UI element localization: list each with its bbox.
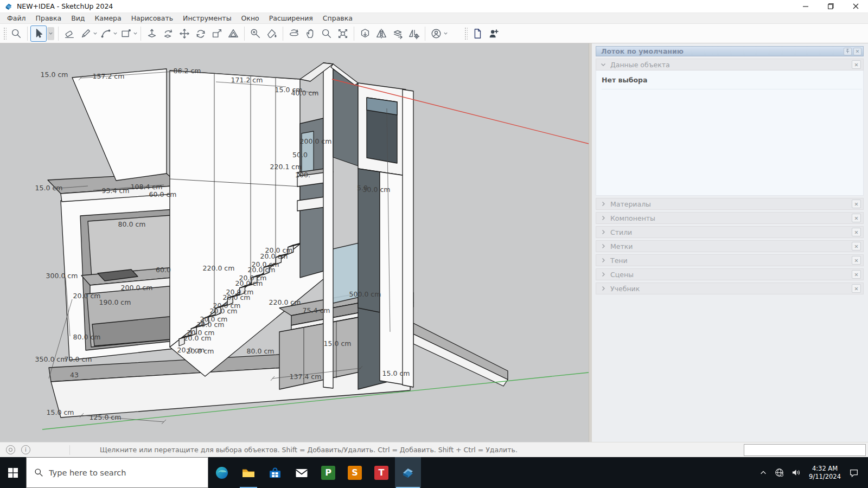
tool-add-collaborator[interactable] xyxy=(486,25,502,42)
tray-section-2[interactable]: Компоненты✕ xyxy=(596,212,864,224)
section-label: Метки xyxy=(610,242,852,251)
section-close-button[interactable]: ✕ xyxy=(852,200,861,208)
taskbar-app-store[interactable] xyxy=(262,457,288,488)
windows-logo-icon xyxy=(8,467,18,478)
tray-section-1[interactable]: Материалы✕ xyxy=(596,198,864,210)
taskbar-app-edge[interactable] xyxy=(209,457,235,488)
section-close-button[interactable]: ✕ xyxy=(852,256,861,265)
tool-zoom-extents[interactable] xyxy=(335,25,351,42)
tool-share-model[interactable] xyxy=(390,25,406,42)
maximize-button[interactable] xyxy=(818,0,843,12)
model-canvas[interactable] xyxy=(0,43,589,442)
menu-item-2[interactable]: Вид xyxy=(66,13,90,24)
action-center-icon[interactable] xyxy=(849,468,859,478)
tool-zoom-window[interactable] xyxy=(8,25,24,42)
tool-paint-bucket[interactable] xyxy=(264,25,280,42)
tool-push-pull[interactable] xyxy=(144,25,160,42)
geolocation-icon[interactable] xyxy=(6,445,15,454)
tool-move[interactable] xyxy=(176,25,193,42)
tray-close-icon[interactable]: ✕ xyxy=(853,48,861,55)
tool-offset[interactable] xyxy=(225,25,241,42)
tool-account[interactable] xyxy=(428,25,444,42)
content-divider xyxy=(602,89,862,89)
start-button[interactable] xyxy=(0,457,26,488)
tray-section-7[interactable]: Учебник✕ xyxy=(596,282,864,294)
minimize-button[interactable] xyxy=(793,0,818,12)
tray-header[interactable]: Лоток по умолчанию ✕ xyxy=(596,46,864,56)
tool-flip[interactable] xyxy=(373,25,390,42)
tray-section-6[interactable]: Сцены✕ xyxy=(596,268,864,280)
section-close-button[interactable]: ✕ xyxy=(852,214,861,222)
info-icon[interactable]: i xyxy=(21,445,30,454)
scale-icon xyxy=(211,28,223,40)
taskbar-app-office-s[interactable]: S xyxy=(342,457,368,488)
tool-model-settings[interactable] xyxy=(406,25,422,42)
section-close-button[interactable]: ✕ xyxy=(852,228,861,236)
tray-chevron-up-icon[interactable] xyxy=(760,469,767,477)
tool-select[interactable] xyxy=(30,25,47,42)
zoom-icon xyxy=(321,28,333,40)
arc-icon xyxy=(100,28,112,40)
tool-scale[interactable] xyxy=(209,25,225,42)
volume-icon[interactable] xyxy=(792,468,801,477)
model-viewport[interactable]: 15.0 cm157.2 cm86.2 cm171.2 cm15.0 cm40.… xyxy=(0,43,589,442)
tool-3d-warehouse[interactable] xyxy=(357,25,373,42)
select-dropdown[interactable] xyxy=(47,27,54,40)
pin-icon[interactable] xyxy=(844,48,852,55)
tool-eraser[interactable] xyxy=(61,25,78,42)
menu-item-0[interactable]: Файл xyxy=(2,13,31,24)
chevron-right-icon xyxy=(601,201,606,207)
section-label: Данные объекта xyxy=(610,61,852,69)
tray-title: Лоток по умолчанию xyxy=(601,47,842,55)
taskbar-app-mail[interactable] xyxy=(289,457,315,488)
toolbar-separator xyxy=(27,27,28,41)
tray-section-3[interactable]: Стили✕ xyxy=(596,226,864,238)
menu-item-3[interactable]: Камера xyxy=(90,13,126,24)
taskbar-app-office-p[interactable]: P xyxy=(315,457,341,488)
toolbar-grip[interactable] xyxy=(3,27,7,41)
tool-rotate[interactable] xyxy=(193,25,209,42)
status-message: Щелкните или перетащите для выбора объек… xyxy=(100,446,518,454)
close-button[interactable] xyxy=(843,0,868,12)
menu-item-6[interactable]: Окно xyxy=(237,13,264,24)
tool-orbit[interactable] xyxy=(286,25,302,42)
tool-rectangle[interactable] xyxy=(118,25,134,42)
taskbar-app-office-t[interactable]: T xyxy=(368,457,394,488)
menu-item-4[interactable]: Нарисовать xyxy=(126,13,178,24)
tool-arc[interactable] xyxy=(98,25,114,42)
search-input[interactable] xyxy=(49,468,184,477)
menu-item-1[interactable]: Правка xyxy=(31,13,67,24)
zoom-window-icon xyxy=(10,28,22,40)
menu-item-5[interactable]: Инструменты xyxy=(178,13,236,24)
orbit-icon xyxy=(288,28,300,40)
menu-item-7[interactable]: Расширения xyxy=(264,13,318,24)
tray-section-0[interactable]: Данные объекта✕ xyxy=(596,59,864,70)
search-icon xyxy=(34,468,43,477)
chevron-right-icon xyxy=(601,258,606,263)
measurements-input[interactable] xyxy=(744,444,866,456)
taskbar-search[interactable] xyxy=(26,457,208,488)
tool-tape-measure[interactable] xyxy=(247,25,264,42)
section-close-button[interactable]: ✕ xyxy=(852,242,861,251)
title-bar: NEW+IDEA - SketchUp 2024 xyxy=(0,0,868,13)
clock-date: 9/11/2024 xyxy=(809,473,841,481)
taskbar-app-sketchup[interactable] xyxy=(395,457,421,488)
section-close-button[interactable]: ✕ xyxy=(852,284,861,293)
taskbar-app-file-explorer[interactable] xyxy=(235,457,261,488)
tool-zoom[interactable] xyxy=(318,25,335,42)
taskbar-clock[interactable]: 4:32 AM 9/11/2024 xyxy=(809,465,841,481)
tool-follow-me[interactable] xyxy=(160,25,176,42)
section-close-button[interactable]: ✕ xyxy=(852,270,861,279)
tool-pan[interactable] xyxy=(302,25,318,42)
section-close-button[interactable]: ✕ xyxy=(852,60,861,69)
select-icon xyxy=(33,28,44,40)
move-icon xyxy=(178,28,190,40)
tool-new-document[interactable] xyxy=(469,25,486,42)
tray-section-5[interactable]: Тени✕ xyxy=(596,254,864,266)
tool-line[interactable] xyxy=(78,25,94,42)
toolbar-grip[interactable] xyxy=(464,27,468,41)
menu-item-8[interactable]: Справка xyxy=(318,13,358,24)
chevron-right-icon xyxy=(601,286,606,291)
tray-section-4[interactable]: Метки✕ xyxy=(596,240,864,252)
network-globe-icon[interactable] xyxy=(775,468,784,477)
